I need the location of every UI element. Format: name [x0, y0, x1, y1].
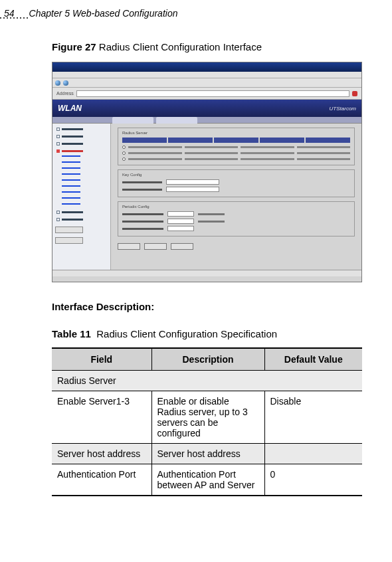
address-input: [76, 90, 349, 97]
brand-logo: WLAN: [58, 104, 82, 113]
window-menubar: [52, 72, 361, 78]
window-titlebar: [52, 62, 361, 72]
cell-default: 0: [264, 464, 362, 496]
chapter-title: Chapter 5 Web-based Configuration: [29, 8, 178, 19]
cell-desc: Enable or disable Radius server, up to 3…: [151, 391, 264, 444]
stop-icon: [352, 91, 357, 96]
cell-desc: Authentication Port between AP and Serve…: [151, 464, 264, 496]
back-icon: [55, 80, 60, 86]
cell-field: Enable Server1-3: [52, 391, 151, 444]
periodic-config-panel: Periodic Config: [118, 201, 355, 236]
figure-title: Radius Client Configuration Interface: [99, 41, 262, 52]
col-default: Default Value: [264, 348, 362, 371]
cell-field: Server host address: [52, 444, 151, 464]
table-row: Authentication Port Authentication Port …: [52, 464, 362, 496]
col-description: Description: [151, 348, 264, 371]
cell-default: Disable: [264, 391, 362, 444]
button-row: [118, 240, 355, 250]
status-bar: [52, 270, 361, 276]
cell-desc: Server host address: [151, 444, 264, 464]
table-row: Server host address Server host address: [52, 444, 362, 464]
radius-server-panel: Radius Server: [118, 128, 355, 165]
sidebar-button: [55, 237, 83, 244]
panel-title: Periodic Config: [122, 205, 350, 209]
cell-field: Authentication Port: [52, 464, 151, 496]
panel-title: Key Config: [122, 173, 350, 177]
section-cell: Radius Server: [52, 371, 362, 391]
key-config-panel: Key Config: [118, 169, 355, 197]
sidebar-button: [55, 227, 83, 233]
section-heading: Interface Description:: [52, 301, 376, 312]
browser-toolbar: [52, 78, 361, 88]
refresh-button: [144, 243, 167, 250]
address-bar: Address: [52, 88, 361, 100]
cell-default: [264, 444, 362, 464]
table-row: Enable Server1-3 Enable or disable Radiu…: [52, 391, 362, 444]
table-header-row: Field Description Default Value: [52, 348, 362, 371]
table-row: Radius Server: [52, 371, 362, 391]
spec-table: Field Description Default Value Radius S…: [52, 347, 362, 496]
col-field: Field: [52, 348, 151, 371]
screenshot-figure: Address WLAN UTStarcom: [52, 62, 362, 282]
tab: [156, 117, 197, 124]
table-label: Table 11: [52, 328, 91, 339]
tab: [112, 117, 153, 124]
cancel-button: [171, 243, 193, 250]
brand-right: UTStarcom: [330, 106, 356, 112]
address-label: Address: [56, 91, 74, 96]
decorative-dots: [0, 17, 35, 23]
content-tabs: [52, 117, 361, 124]
table-title: Radius Client Configuration Specificatio…: [96, 328, 277, 339]
sidebar-nav: [52, 124, 111, 270]
main-panel: Radius Server Key Config Periodic Config: [111, 124, 361, 270]
figure-label: Figure 27: [52, 41, 96, 52]
figure-caption: Figure 27 Radius Client Configuration In…: [52, 41, 376, 52]
panel-title: Radius Server: [122, 131, 350, 135]
page-header: 54 Chapter 5 Web-based Configuration: [0, 0, 392, 24]
table-caption: Table 11 Radius Client Configuration Spe…: [52, 328, 376, 339]
apply-button: [118, 243, 140, 250]
brand-bar: WLAN UTStarcom: [52, 100, 361, 117]
forward-icon: [63, 80, 68, 86]
